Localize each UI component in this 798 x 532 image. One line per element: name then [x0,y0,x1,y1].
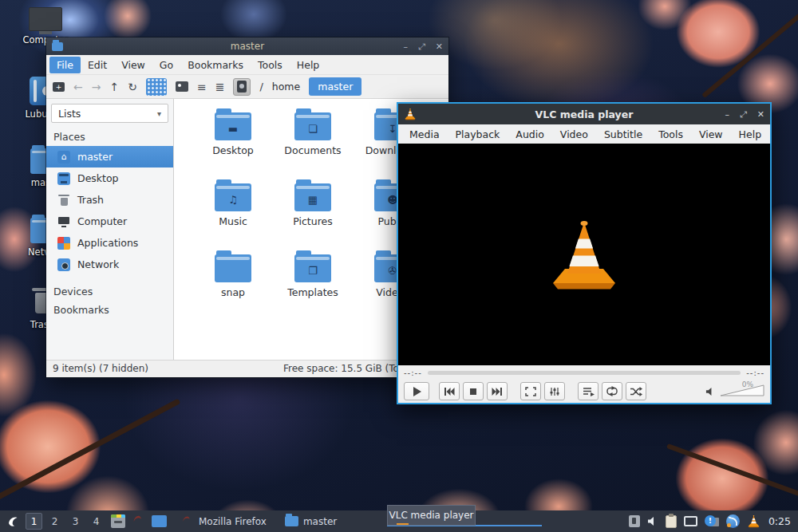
workspace-2[interactable]: 2 [46,513,63,530]
seek-slider[interactable] [428,371,741,375]
thumbnail-view-icon[interactable] [176,81,188,92]
file-manager-launcher-icon[interactable] [111,514,125,528]
folder-emblem-icon: ▬ [215,112,251,140]
sidebar-item-trash[interactable]: Trash [46,189,173,211]
vlc-cone-logo [546,216,622,293]
file-manager-toolbar: + ← → ↑ ↻ ≡ ≣ / home master [46,75,448,99]
menu-tools[interactable]: Tools [650,127,691,142]
menu-file[interactable]: File [49,57,81,73]
back-icon[interactable]: ← [73,81,83,93]
sidebar-item-applications[interactable]: Applications [46,232,173,254]
menu-help[interactable]: Help [731,127,770,142]
volume-control[interactable]: 0% [705,384,764,399]
new-window-icon[interactable]: + [53,82,65,92]
menu-bookmarks[interactable]: Bookmarks [180,57,251,73]
notification-icon[interactable]: ! [705,515,719,528]
branch-decoration [0,398,180,500]
stop-icon [469,388,477,396]
branch-decoration [701,2,798,98]
menu-video[interactable]: Video [552,127,596,142]
network-monitor-icon[interactable] [684,516,697,526]
filesystem-root-button[interactable] [233,78,251,96]
file-manager-titlebar[interactable]: master – ⤢ ✕ [46,37,448,55]
sidebar-view-label: Lists [58,108,81,120]
task-label: master [303,516,337,527]
menu-view[interactable]: View [114,57,152,73]
computer-icon [57,215,70,228]
menu-go[interactable]: Go [152,57,180,73]
speaker-icon [705,387,716,396]
folder-emblem-icon [215,254,251,282]
stop-button[interactable] [463,382,484,400]
loop-button[interactable] [602,382,622,400]
task-firefox[interactable]: Mozilla Firefox [173,510,274,532]
menu-help[interactable]: Help [290,57,327,73]
folder-music[interactable]: ♫ Music [193,179,273,250]
folder-desktop[interactable]: ▬ Desktop [193,108,273,179]
menu-playback[interactable]: Playback [448,127,508,142]
folder-label: snap [221,286,245,298]
refresh-icon[interactable]: ↻ [128,81,137,93]
forward-icon[interactable]: → [92,81,101,93]
vlc-titlebar[interactable]: VLC media player – ⤢ ✕ [398,104,770,124]
folder-emblem-icon: ♫ [215,183,251,211]
window-title: VLC media player [398,108,770,120]
play-icon [412,387,421,396]
menu-audio[interactable]: Audio [508,127,552,142]
volume-tray-icon[interactable] [647,516,658,526]
folder-snap[interactable]: snap [193,250,273,321]
file-manager-sidebar: Lists ▾ Places ⌂ master Desktop Trash [46,99,174,360]
play-button[interactable] [404,382,429,400]
up-icon[interactable]: ↑ [109,81,119,93]
trash-icon [57,194,70,207]
sidebar-item-computer[interactable]: Computer [46,211,173,232]
sidebar-item-master[interactable]: ⌂ master [46,146,173,167]
previous-button[interactable] [439,382,460,400]
sidebar-item-desktop[interactable]: Desktop [46,167,173,189]
menu-view[interactable]: View [691,127,731,142]
task-master[interactable]: master [278,510,344,532]
folder-documents[interactable]: ❏ Documents [273,108,353,179]
update-notifier-icon[interactable] [726,514,740,528]
icon-view-button[interactable] [146,78,167,96]
menu-media[interactable]: Media [401,127,448,142]
system-tray: ! 0:25 [629,514,794,528]
show-desktop-icon[interactable] [152,515,167,527]
sidebar-item-label: Network [77,258,119,270]
workspace-3[interactable]: 3 [67,513,84,530]
app-menu-button[interactable] [4,513,22,530]
menu-tools[interactable]: Tools [251,57,290,73]
folder-label: Documents [284,144,341,156]
breadcrumb-current[interactable]: master [309,77,361,96]
video-area[interactable] [398,144,770,365]
desktop-wallpaper: Computer Lubuntu master Network Trash ma… [0,0,798,532]
menu-subtitle[interactable]: Subtitle [596,127,650,142]
fullscreen-button[interactable] [520,382,541,400]
vlc-tray-icon[interactable] [747,514,760,528]
clock[interactable]: 0:25 [768,515,791,527]
time-elapsed: --:-- [404,368,422,377]
workspace-1[interactable]: 1 [26,513,42,530]
path-separator: / [259,81,263,93]
equalizer-button[interactable] [544,382,565,400]
sidebar-item-network[interactable]: Network [46,254,173,275]
compact-view-icon[interactable]: ≡ [197,81,207,93]
folder-pictures[interactable]: ▦ Pictures [273,179,353,250]
playlist-button[interactable] [578,382,598,400]
sidebar-view-dropdown[interactable]: Lists ▾ [51,104,168,123]
firefox-icon [180,514,194,528]
chevron-down-icon: ▾ [157,109,161,118]
sidebar-item-label: Desktop [77,172,119,184]
menu-edit[interactable]: Edit [81,57,114,73]
folder-templates[interactable]: ❐ Templates [273,250,353,321]
shuffle-button[interactable] [626,382,646,400]
workspace-4[interactable]: 4 [88,513,105,530]
status-bar: 9 item(s) (7 hidden) Free space: 15.5 Gi… [46,360,448,377]
home-icon: ⌂ [57,151,70,164]
keyboard-indicator-icon[interactable] [629,515,640,527]
clipboard-icon[interactable] [666,515,677,528]
firefox-launcher-icon[interactable] [131,514,146,529]
breadcrumb-home[interactable]: home [272,81,300,93]
detailed-view-icon[interactable]: ≣ [215,81,225,93]
next-button[interactable] [487,382,508,400]
